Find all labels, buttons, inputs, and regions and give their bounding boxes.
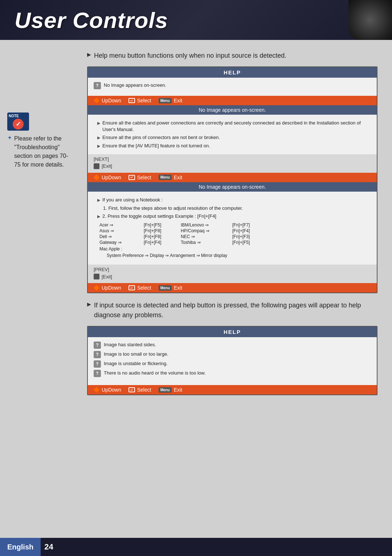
mac-apple-label: Mac Apple : — [99, 246, 365, 252]
key-2: [Fn]+[F8] — [144, 228, 180, 233]
camera-decoration — [348, 0, 392, 40]
help-section-2: ▶ If you are using a Notebook : 1. First… — [88, 192, 377, 265]
help-q3-text-2: Image is too small or too large. — [104, 351, 168, 357]
key2-1: [Fn]+[F7] — [232, 222, 269, 228]
help-title-3: HELP — [88, 327, 377, 337]
exit-square-icon-2 — [94, 274, 99, 279]
question-icon-3c: ? — [94, 360, 101, 368]
status-bar-1b: No Image appears on-screen. — [88, 182, 377, 192]
help-content-3: ? Image has slanted sides. ? Image is to… — [88, 337, 377, 385]
notebook-header-text: If you are using a Notebook : — [102, 197, 163, 203]
brand2-4: Toshiba ⇒ — [181, 240, 232, 245]
help-q3-text-3: Image is unstable or flickering. — [104, 360, 168, 367]
bullet-text-1: Help menu button functions only when no … — [94, 51, 286, 61]
key2-2: [Fn]+[F4] — [232, 228, 269, 233]
prev-text: [PREV] — [94, 267, 109, 272]
bullet-triangle-icon: ▶ — [87, 52, 91, 57]
next-text-1: [NEXT] — [94, 156, 109, 162]
note-checkmark — [13, 119, 24, 130]
updown-arrow-icon-1b — [94, 175, 99, 180]
menu-btn-1: Menu — [159, 98, 172, 103]
brand-2: Asus ⇒ — [99, 228, 143, 233]
help-item-1c: ▶ Ensure that the [AV MUTE] feature is n… — [94, 143, 371, 149]
bullet-text-2: If input source is detected and help but… — [94, 301, 377, 320]
question-icon-3d: ? — [94, 370, 101, 377]
table-row-1: Acer ⇒ [Fn]+[F5] IBM/Lenovo ⇒ [Fn]+[F7] — [99, 222, 365, 228]
note-icon — [7, 113, 29, 131]
step2-item: ▶ 2. Press the toggle output settings Ex… — [94, 213, 371, 220]
updown-arrow-icon-1 — [94, 98, 99, 103]
nav-bar-1: UpDown ↵ Select Menu Exit — [88, 96, 377, 105]
next-btn-1: [NEXT] — [94, 156, 371, 162]
main-content: ✦ Please refer to the "Troubleshooting" … — [0, 40, 392, 555]
notebook-icon: ▶ — [97, 198, 100, 203]
exit-btn-2: [Exit] — [94, 274, 371, 279]
sub-bullet-icon-1b: ▶ — [97, 135, 100, 140]
help-question-1: ? No Image appears on-screen. — [94, 82, 371, 89]
enter-icon-1b: ↵ — [128, 175, 135, 180]
brand2-1: IBM/Lenovo ⇒ — [181, 222, 232, 228]
question-icon-3b: ? — [94, 351, 101, 358]
exit-btn-1: [Exit] — [94, 163, 371, 169]
help-q3-2: ? Image is too small or too large. — [94, 351, 371, 358]
enter-icon-1: ↵ — [128, 98, 135, 103]
notebook-header: ▶ If you are using a Notebook : — [94, 197, 371, 203]
help-screen-3: HELP ? Image has slanted sides. ? Image … — [87, 326, 377, 395]
nav-exit-2: Menu Exit — [159, 285, 182, 291]
mac-apple-path: System Preference ⇒ Display ⇒ Arrangemen… — [99, 253, 365, 258]
header: User Controls — [0, 0, 392, 40]
notebook-table: Acer ⇒ [Fn]+[F5] IBM/Lenovo ⇒ [Fn]+[F7] … — [99, 222, 365, 258]
status-bar-1: No Image appears on-screen. — [88, 105, 377, 115]
help-section-1: ▶ Ensure all the cables and power connec… — [88, 115, 377, 154]
menu-btn-1b: Menu — [159, 175, 172, 180]
table-row-3: Dell ⇒ [Fn]+[F8] NEC ⇒ [Fn]+[F3] — [99, 234, 365, 239]
prev-btn: [PREV] — [94, 267, 371, 272]
help-q3-text-4: There is no audio heard or the volume is… — [104, 370, 205, 376]
nav-select-1: ↵ Select — [128, 98, 151, 103]
updown-arrow-icon-3 — [94, 387, 99, 393]
note-text: Please refer to the "Troubleshooting" se… — [14, 134, 73, 169]
help-q3-3: ? Image is unstable or flickering. — [94, 360, 371, 368]
bullet-triangle-icon-2: ▶ — [87, 301, 91, 307]
menu-btn-2: Menu — [159, 285, 172, 291]
help-item-1a: ▶ Ensure all the cables and power connec… — [94, 120, 371, 133]
nav-select-3: ↵ Select — [128, 387, 151, 393]
exit-square-icon-1 — [94, 163, 99, 169]
bottom-bar: English 24 — [0, 538, 392, 556]
nav-bar-1b: UpDown ↵ Select Menu Exit — [88, 173, 377, 182]
help-q3-text-1: Image has slanted sides. — [104, 342, 156, 348]
page-title: User Controls — [15, 7, 168, 33]
key-3: [Fn]+[F8] — [144, 234, 180, 239]
language-tab: English — [0, 538, 41, 556]
help-title-1: HELP — [88, 67, 377, 78]
brand-3: Dell ⇒ — [99, 234, 143, 239]
key2-3: [Fn]+[F3] — [232, 234, 269, 239]
nav-exit-1: Menu Exit — [159, 98, 182, 103]
help-item-1b: ▶ Ensure all the pins of connectors are … — [94, 134, 371, 141]
help-screen-1: HELP ? No Image appears on-screen. UpDow… — [87, 66, 377, 293]
nav-prev-exit-2: [PREV] [Exit] — [88, 265, 377, 283]
nav-updown-1: UpDown — [94, 98, 121, 103]
key-1: [Fn]+[F5] — [144, 222, 180, 228]
key2-4: [Fn]+[F5] — [232, 240, 269, 245]
page-number: 24 — [44, 542, 53, 552]
enter-icon-3: ↵ — [128, 387, 135, 392]
brand2-3: NEC ⇒ — [181, 234, 232, 239]
enter-icon-2: ↵ — [128, 285, 135, 290]
help-q3-4: ? There is no audio heard or the volume … — [94, 370, 371, 377]
help-q3-1: ? Image has slanted sides. — [94, 342, 371, 349]
brand-1: Acer ⇒ — [99, 222, 143, 228]
menu-btn-3: Menu — [159, 387, 172, 393]
nav-next-exit-1: [NEXT] [Exit] — [88, 154, 377, 173]
exit-text-1: [Exit] — [102, 163, 112, 169]
bullet-point-2: ▶ If input source is detected and help b… — [87, 301, 377, 320]
nav-select-1b: ↵ Select — [128, 175, 151, 180]
content-area: ▶ Help menu button functions only when n… — [87, 51, 377, 395]
updown-arrow-icon-2 — [94, 285, 99, 291]
nav-updown-2: UpDown — [94, 285, 121, 291]
step1-text: 1. First, follow the steps above to adju… — [103, 205, 243, 211]
nav-exit-3: Menu Exit — [159, 387, 182, 393]
question-icon-1: ? — [94, 82, 101, 89]
help-question-text-1: No Image appears on-screen. — [104, 82, 166, 89]
nav-exit-1b: Menu Exit — [159, 175, 182, 180]
